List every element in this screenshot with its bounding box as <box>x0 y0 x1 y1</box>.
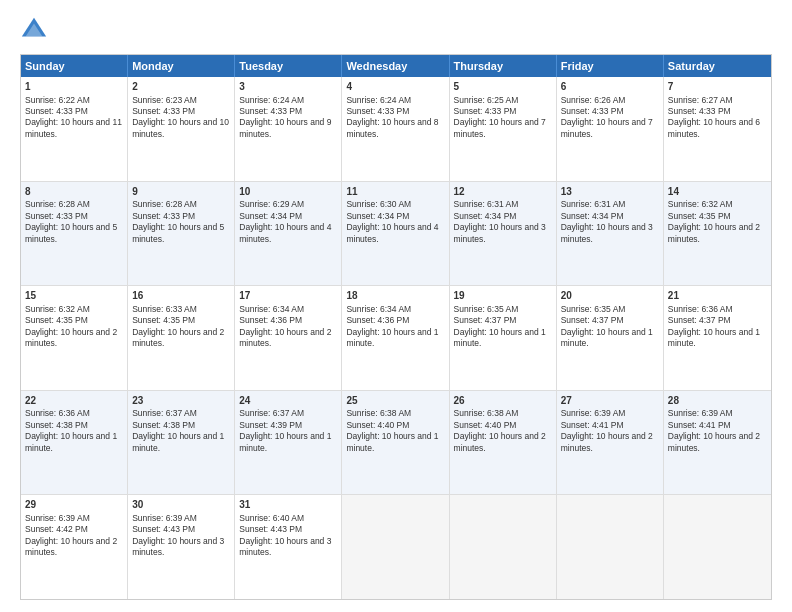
day-number: 12 <box>454 185 552 199</box>
sunrise-text: Sunrise: 6:36 AM <box>668 304 733 314</box>
daylight-text: Daylight: 10 hours and 2 minutes. <box>668 431 760 452</box>
daylight-text: Daylight: 10 hours and 4 minutes. <box>239 222 331 243</box>
day-number: 11 <box>346 185 444 199</box>
daylight-text: Daylight: 10 hours and 1 minute. <box>25 431 117 452</box>
calendar-cell: 8Sunrise: 6:28 AMSunset: 4:33 PMDaylight… <box>21 182 128 286</box>
day-number: 23 <box>132 394 230 408</box>
sunrise-text: Sunrise: 6:36 AM <box>25 408 90 418</box>
daylight-text: Daylight: 10 hours and 2 minutes. <box>454 431 546 452</box>
sunset-text: Sunset: 4:37 PM <box>454 315 517 325</box>
sunset-text: Sunset: 4:33 PM <box>132 211 195 221</box>
calendar-header-day: Monday <box>128 55 235 77</box>
sunset-text: Sunset: 4:40 PM <box>454 420 517 430</box>
calendar-cell <box>450 495 557 599</box>
sunset-text: Sunset: 4:38 PM <box>25 420 88 430</box>
sunset-text: Sunset: 4:41 PM <box>561 420 624 430</box>
sunrise-text: Sunrise: 6:39 AM <box>561 408 626 418</box>
day-number: 22 <box>25 394 123 408</box>
day-number: 28 <box>668 394 767 408</box>
calendar-row: 29Sunrise: 6:39 AMSunset: 4:42 PMDayligh… <box>21 494 771 599</box>
day-number: 4 <box>346 80 444 94</box>
calendar-cell: 27Sunrise: 6:39 AMSunset: 4:41 PMDayligh… <box>557 391 664 495</box>
calendar-cell: 31Sunrise: 6:40 AMSunset: 4:43 PMDayligh… <box>235 495 342 599</box>
sunset-text: Sunset: 4:34 PM <box>561 211 624 221</box>
calendar-cell: 30Sunrise: 6:39 AMSunset: 4:43 PMDayligh… <box>128 495 235 599</box>
sunset-text: Sunset: 4:40 PM <box>346 420 409 430</box>
daylight-text: Daylight: 10 hours and 1 minute. <box>239 431 331 452</box>
calendar-cell: 23Sunrise: 6:37 AMSunset: 4:38 PMDayligh… <box>128 391 235 495</box>
calendar-cell: 11Sunrise: 6:30 AMSunset: 4:34 PMDayligh… <box>342 182 449 286</box>
sunset-text: Sunset: 4:34 PM <box>346 211 409 221</box>
daylight-text: Daylight: 10 hours and 2 minutes. <box>25 327 117 348</box>
sunset-text: Sunset: 4:34 PM <box>239 211 302 221</box>
calendar-cell: 25Sunrise: 6:38 AMSunset: 4:40 PMDayligh… <box>342 391 449 495</box>
day-number: 25 <box>346 394 444 408</box>
sunset-text: Sunset: 4:38 PM <box>132 420 195 430</box>
sunrise-text: Sunrise: 6:32 AM <box>668 199 733 209</box>
calendar-body: 1Sunrise: 6:22 AMSunset: 4:33 PMDaylight… <box>21 77 771 599</box>
calendar-header-day: Friday <box>557 55 664 77</box>
calendar-cell: 6Sunrise: 6:26 AMSunset: 4:33 PMDaylight… <box>557 77 664 181</box>
sunrise-text: Sunrise: 6:28 AM <box>25 199 90 209</box>
daylight-text: Daylight: 10 hours and 2 minutes. <box>561 431 653 452</box>
sunrise-text: Sunrise: 6:38 AM <box>346 408 411 418</box>
sunset-text: Sunset: 4:33 PM <box>25 211 88 221</box>
calendar-cell: 19Sunrise: 6:35 AMSunset: 4:37 PMDayligh… <box>450 286 557 390</box>
sunset-text: Sunset: 4:41 PM <box>668 420 731 430</box>
calendar-header-day: Wednesday <box>342 55 449 77</box>
sunset-text: Sunset: 4:37 PM <box>668 315 731 325</box>
daylight-text: Daylight: 10 hours and 11 minutes. <box>25 117 122 138</box>
sunset-text: Sunset: 4:43 PM <box>239 524 302 534</box>
day-number: 24 <box>239 394 337 408</box>
daylight-text: Daylight: 10 hours and 5 minutes. <box>132 222 224 243</box>
calendar-cell: 3Sunrise: 6:24 AMSunset: 4:33 PMDaylight… <box>235 77 342 181</box>
daylight-text: Daylight: 10 hours and 5 minutes. <box>25 222 117 243</box>
sunset-text: Sunset: 4:33 PM <box>25 106 88 116</box>
sunset-text: Sunset: 4:33 PM <box>668 106 731 116</box>
header <box>20 16 772 44</box>
daylight-text: Daylight: 10 hours and 1 minute. <box>346 431 438 452</box>
daylight-text: Daylight: 10 hours and 1 minute. <box>668 327 760 348</box>
calendar-cell: 15Sunrise: 6:32 AMSunset: 4:35 PMDayligh… <box>21 286 128 390</box>
daylight-text: Daylight: 10 hours and 4 minutes. <box>346 222 438 243</box>
calendar-cell: 29Sunrise: 6:39 AMSunset: 4:42 PMDayligh… <box>21 495 128 599</box>
day-number: 10 <box>239 185 337 199</box>
daylight-text: Daylight: 10 hours and 2 minutes. <box>132 327 224 348</box>
day-number: 14 <box>668 185 767 199</box>
calendar-cell: 13Sunrise: 6:31 AMSunset: 4:34 PMDayligh… <box>557 182 664 286</box>
daylight-text: Daylight: 10 hours and 3 minutes. <box>239 536 331 557</box>
sunrise-text: Sunrise: 6:29 AM <box>239 199 304 209</box>
sunrise-text: Sunrise: 6:33 AM <box>132 304 197 314</box>
calendar-header-day: Tuesday <box>235 55 342 77</box>
day-number: 15 <box>25 289 123 303</box>
daylight-text: Daylight: 10 hours and 7 minutes. <box>561 117 653 138</box>
calendar-header: SundayMondayTuesdayWednesdayThursdayFrid… <box>21 55 771 77</box>
calendar-cell: 16Sunrise: 6:33 AMSunset: 4:35 PMDayligh… <box>128 286 235 390</box>
calendar-cell: 1Sunrise: 6:22 AMSunset: 4:33 PMDaylight… <box>21 77 128 181</box>
daylight-text: Daylight: 10 hours and 3 minutes. <box>561 222 653 243</box>
day-number: 26 <box>454 394 552 408</box>
sunset-text: Sunset: 4:42 PM <box>25 524 88 534</box>
calendar-cell <box>557 495 664 599</box>
sunset-text: Sunset: 4:33 PM <box>132 106 195 116</box>
calendar-cell: 14Sunrise: 6:32 AMSunset: 4:35 PMDayligh… <box>664 182 771 286</box>
sunrise-text: Sunrise: 6:37 AM <box>132 408 197 418</box>
calendar-cell: 18Sunrise: 6:34 AMSunset: 4:36 PMDayligh… <box>342 286 449 390</box>
sunrise-text: Sunrise: 6:40 AM <box>239 513 304 523</box>
sunrise-text: Sunrise: 6:34 AM <box>346 304 411 314</box>
daylight-text: Daylight: 10 hours and 9 minutes. <box>239 117 331 138</box>
calendar-cell: 21Sunrise: 6:36 AMSunset: 4:37 PMDayligh… <box>664 286 771 390</box>
daylight-text: Daylight: 10 hours and 6 minutes. <box>668 117 760 138</box>
sunrise-text: Sunrise: 6:30 AM <box>346 199 411 209</box>
sunrise-text: Sunrise: 6:37 AM <box>239 408 304 418</box>
sunrise-text: Sunrise: 6:39 AM <box>25 513 90 523</box>
calendar-cell: 20Sunrise: 6:35 AMSunset: 4:37 PMDayligh… <box>557 286 664 390</box>
calendar-cell: 5Sunrise: 6:25 AMSunset: 4:33 PMDaylight… <box>450 77 557 181</box>
day-number: 17 <box>239 289 337 303</box>
sunset-text: Sunset: 4:36 PM <box>239 315 302 325</box>
logo-icon <box>20 16 48 44</box>
sunrise-text: Sunrise: 6:25 AM <box>454 95 519 105</box>
calendar-cell: 7Sunrise: 6:27 AMSunset: 4:33 PMDaylight… <box>664 77 771 181</box>
calendar: SundayMondayTuesdayWednesdayThursdayFrid… <box>20 54 772 600</box>
calendar-header-day: Thursday <box>450 55 557 77</box>
